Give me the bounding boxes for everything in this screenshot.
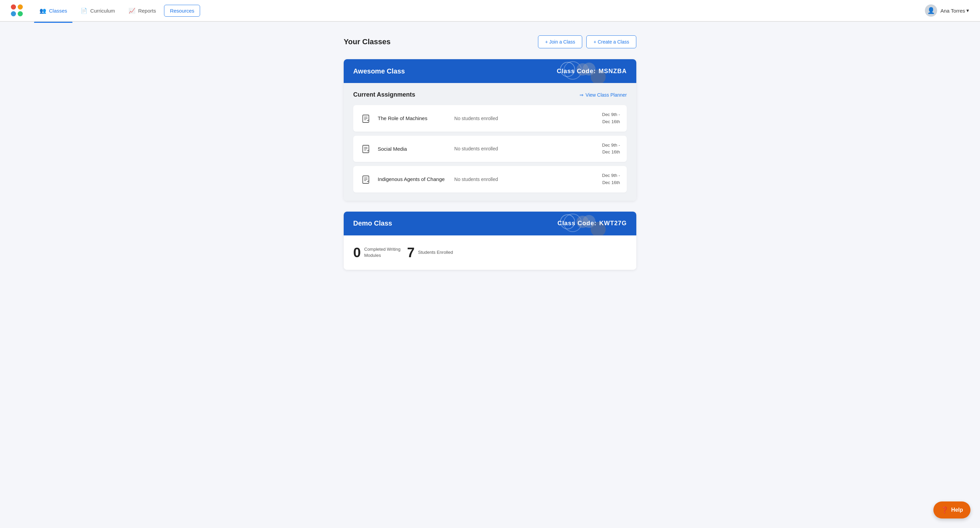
create-class-button[interactable]: + Create a Class <box>586 35 636 48</box>
avatar-icon: 👤 <box>927 7 935 14</box>
avatar: 👤 <box>925 5 937 17</box>
assignment-date-end-1: Dec 16th <box>602 149 620 154</box>
logo-dot-green <box>18 11 23 16</box>
class-card-awesome: Awesome Class Class Code: MSNZBA Current… <box>344 59 636 201</box>
assignments-title-awesome: Current Assignments <box>353 91 415 98</box>
assignment-status-1: No students enrolled <box>454 146 597 151</box>
help-circle-icon: ❓ <box>941 506 948 514</box>
nav-resources-label: Resources <box>170 8 194 14</box>
class-code-value-demo: KWT27G <box>599 220 627 227</box>
class-card-body-awesome: Current Assignments ⇒ View Class Planner <box>344 83 636 201</box>
assignment-date-start-2: Dec 9th - <box>602 173 620 178</box>
user-name-label: Ana Torres <box>940 8 965 14</box>
nav-curriculum-label: Curriculum <box>90 8 115 14</box>
class-name-awesome: Awesome Class <box>353 67 405 75</box>
assignment-item-1[interactable]: Social Media No students enrolled Dec 9t… <box>353 136 627 162</box>
header-actions: + Join a Class + Create a Class <box>538 35 636 48</box>
main-content: Your Classes + Join a Class + Create a C… <box>337 22 643 308</box>
assignment-date-end-2: Dec 16th <box>602 180 620 185</box>
nav-items: 👥 Classes 📄 Curriculum 📈 Reports Resourc… <box>34 5 925 17</box>
assignment-date-end-0: Dec 16th <box>602 119 620 124</box>
logo-dot-blue <box>11 11 16 16</box>
help-label: Help <box>951 507 963 513</box>
stat-enrolled-number: 7 <box>407 245 414 260</box>
nav-item-curriculum[interactable]: 📄 Curriculum <box>75 5 121 17</box>
assignment-icon-0 <box>360 112 372 124</box>
assignment-date-start-0: Dec 9th - <box>602 112 620 117</box>
assignment-status-0: No students enrolled <box>454 116 597 121</box>
assignment-item-2[interactable]: Indigenous Agents of Change No students … <box>353 166 627 192</box>
reports-icon: 📈 <box>129 8 135 14</box>
class-name-demo: Demo Class <box>353 219 392 227</box>
arrow-icon: ⇒ <box>579 92 584 98</box>
svg-rect-0 <box>363 115 369 122</box>
page-header: Your Classes + Join a Class + Create a C… <box>344 35 636 48</box>
nav-item-classes[interactable]: 👥 Classes <box>34 5 73 17</box>
assignment-status-2: No students enrolled <box>454 177 597 182</box>
logo <box>11 5 23 17</box>
svg-rect-4 <box>363 145 369 153</box>
class-code-label-demo: Class Code: <box>557 220 597 227</box>
user-menu[interactable]: Ana Torres ▾ <box>940 8 969 14</box>
nav-item-reports[interactable]: 📈 Reports <box>123 5 162 17</box>
nav-reports-label: Reports <box>138 8 156 14</box>
assignment-name-2: Indigenous Agents of Change <box>378 176 449 182</box>
join-class-button[interactable]: + Join a Class <box>538 35 582 48</box>
chevron-down-icon: ▾ <box>966 8 969 14</box>
assignment-dates-0: Dec 9th - Dec 16th <box>602 111 620 126</box>
assignment-date-start-1: Dec 9th - <box>602 143 620 148</box>
help-button[interactable]: ❓ Help <box>933 501 970 518</box>
logo-dot-yellow <box>18 5 23 10</box>
assignments-header-awesome: Current Assignments ⇒ View Class Planner <box>353 91 627 98</box>
svg-rect-8 <box>363 176 369 183</box>
stat-enrolled-label: Students Enrolled <box>418 250 453 256</box>
assignment-name-1: Social Media <box>378 146 449 152</box>
class-card-header-demo: Demo Class Class Code: KWT27G <box>344 212 636 235</box>
assignment-dates-1: Dec 9th - Dec 16th <box>602 142 620 156</box>
assignment-icon-2 <box>360 173 372 185</box>
stat-block-enrolled: 7 Students Enrolled <box>407 245 453 260</box>
class-card-demo: Demo Class Class Code: KWT27G 0 Complete… <box>344 212 636 270</box>
stat-completed-number: 0 <box>353 245 361 260</box>
class-code-awesome: Class Code: MSNZBA <box>557 68 627 75</box>
assignment-icon-1 <box>360 143 372 155</box>
view-planner-label-awesome: View Class Planner <box>585 92 627 98</box>
logo-dot-red <box>11 5 16 10</box>
page-title: Your Classes <box>344 37 391 46</box>
view-planner-link-awesome[interactable]: ⇒ View Class Planner <box>579 92 627 98</box>
navbar: 👥 Classes 📄 Curriculum 📈 Reports Resourc… <box>0 0 980 22</box>
assignment-name-0: The Role of Machines <box>378 115 449 121</box>
curriculum-icon: 📄 <box>81 8 88 14</box>
stat-completed-label: Completed Writing Modules <box>364 246 401 259</box>
class-code-label-awesome: Class Code: <box>557 68 596 75</box>
class-code-demo: Class Code: KWT27G <box>557 220 627 227</box>
nav-item-resources[interactable]: Resources <box>164 5 200 17</box>
stat-block-completed: 0 Completed Writing Modules <box>353 245 401 260</box>
logo-dots <box>11 5 23 17</box>
class-card-body-demo: 0 Completed Writing Modules 7 Students E… <box>344 235 636 270</box>
class-code-value-awesome: MSNZBA <box>598 68 627 75</box>
assignment-dates-2: Dec 9th - Dec 16th <box>602 172 620 186</box>
class-card-header-awesome: Awesome Class Class Code: MSNZBA <box>344 59 636 83</box>
assignment-item-0[interactable]: The Role of Machines No students enrolle… <box>353 105 627 132</box>
nav-classes-label: Classes <box>49 8 67 14</box>
classes-icon: 👥 <box>40 8 46 14</box>
nav-right: 👤 Ana Torres ▾ <box>925 5 969 17</box>
